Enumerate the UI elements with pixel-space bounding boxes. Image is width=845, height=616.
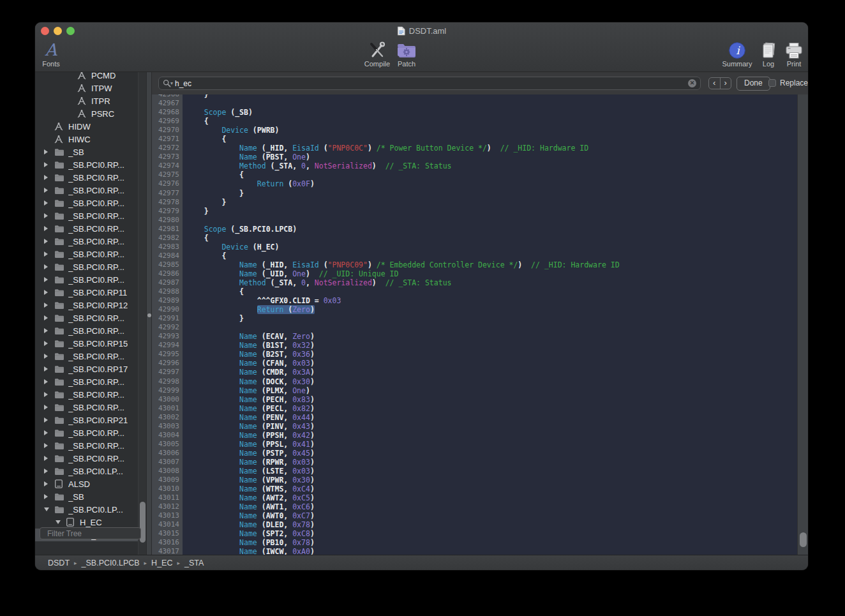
divider-dimple-icon[interactable] bbox=[147, 313, 151, 317]
code-line[interactable]: 43008 Name (LSTE, 0x03) bbox=[152, 467, 808, 476]
tree-item--sb-pci0-rp17[interactable]: _SB.PCI0.RP17 bbox=[35, 363, 138, 375]
disclosure-triangle-icon[interactable] bbox=[44, 354, 48, 359]
disclosure-triangle-icon[interactable] bbox=[44, 494, 48, 499]
sidebar-scrollbar[interactable] bbox=[138, 72, 147, 555]
tree-item--sb-pci0-rp-[interactable]: _SB.PCI0.RP... bbox=[35, 184, 138, 197]
tree-item-h-ec[interactable]: H_EC bbox=[35, 516, 138, 529]
breadcrumb-item[interactable]: DSDT bbox=[48, 559, 70, 567]
tree-item--sb[interactable]: _SB bbox=[35, 146, 138, 158]
code-line[interactable]: 42978 } bbox=[152, 198, 808, 207]
find-field[interactable]: ▾ ✕ bbox=[158, 77, 701, 90]
editor-scrollbar[interactable] bbox=[797, 94, 808, 555]
code-line[interactable]: 43000 Name (PECH, 0x83) bbox=[152, 395, 808, 404]
code-line[interactable]: 42987 Method (_STA, 0, NotSerialized) //… bbox=[152, 278, 808, 287]
code-line[interactable]: 42970 Device (PWRB) bbox=[152, 126, 808, 135]
code-line[interactable]: 42968 Scope (_SB) bbox=[152, 108, 808, 117]
code-line[interactable]: 43005 Name (PPSL, 0x41) bbox=[152, 440, 808, 449]
document-proxy-icon[interactable] bbox=[397, 26, 405, 36]
done-button[interactable]: Done bbox=[737, 77, 770, 91]
code-line[interactable]: 42966 } bbox=[152, 94, 808, 99]
disclosure-triangle-icon[interactable] bbox=[44, 456, 48, 461]
code-line[interactable]: 42994 Name (B1ST, 0x32) bbox=[152, 341, 808, 350]
disclosure-triangle-icon[interactable] bbox=[44, 328, 48, 333]
breadcrumb-item[interactable]: _STA bbox=[184, 559, 204, 567]
disclosure-triangle-icon[interactable] bbox=[44, 315, 48, 320]
disclosure-triangle-icon[interactable] bbox=[44, 239, 48, 244]
split-divider[interactable] bbox=[146, 72, 152, 555]
tree-item--sb-pci0-rp-[interactable]: _SB.PCI0.RP... bbox=[35, 439, 138, 452]
tree-item--sb-pci0-rp11[interactable]: _SB.PCI0.RP11 bbox=[35, 286, 138, 299]
tree-item--sb-pci0-rp-[interactable]: _SB.PCI0.RP... bbox=[35, 235, 138, 248]
disclosure-triangle-icon[interactable] bbox=[44, 290, 48, 295]
minimize-button[interactable] bbox=[54, 27, 62, 35]
disclosure-triangle-icon[interactable] bbox=[44, 469, 48, 474]
code-line[interactable]: 42981 Scope (_SB.PCI0.LPCB) bbox=[152, 225, 808, 234]
search-menu-chevron-icon[interactable]: ▾ bbox=[170, 80, 173, 86]
code-line[interactable]: 43015 Name (SPT2, 0xC8) bbox=[152, 529, 808, 538]
code-line[interactable]: 43007 Name (RPWR, 0x03) bbox=[152, 458, 808, 467]
tree-item--sb-pci0-rp-[interactable]: _SB.PCI0.RP... bbox=[35, 158, 138, 171]
code-line[interactable]: 42967 bbox=[152, 99, 808, 108]
disclosure-triangle-icon[interactable] bbox=[44, 264, 48, 269]
code-line[interactable]: 43003 Name (PINV, 0x43) bbox=[152, 422, 808, 431]
code-line[interactable]: 42990 Return (Zero) bbox=[152, 305, 808, 314]
tree-item-itpw[interactable]: ITPW bbox=[35, 82, 138, 94]
disclosure-triangle-icon[interactable] bbox=[44, 213, 48, 218]
tree-item--sb-pci0-rp-[interactable]: _SB.PCI0.RP... bbox=[35, 260, 138, 273]
disclosure-triangle-icon[interactable] bbox=[44, 341, 48, 346]
disclosure-triangle-icon[interactable] bbox=[44, 226, 48, 231]
close-button[interactable] bbox=[41, 27, 49, 35]
disclosure-triangle-icon[interactable] bbox=[44, 430, 48, 435]
tree-item--sb-pci0-rp-[interactable]: _SB.PCI0.RP... bbox=[35, 426, 138, 439]
tree-item--sb-pci0-rp-[interactable]: _SB.PCI0.RP... bbox=[35, 171, 138, 184]
code-line[interactable]: 42995 Name (B2ST, 0x36) bbox=[152, 350, 808, 359]
disclosure-triangle-icon[interactable] bbox=[44, 200, 48, 206]
filter-field[interactable] bbox=[40, 527, 141, 539]
disclosure-triangle-icon[interactable] bbox=[44, 507, 49, 511]
code-line[interactable]: 42991 } bbox=[152, 314, 808, 323]
clear-search-icon[interactable]: ✕ bbox=[688, 79, 696, 87]
code-line[interactable]: 43006 Name (PSTP, 0x45) bbox=[152, 449, 808, 458]
tree-item--sb-pci0-rp-[interactable]: _SB.PCI0.RP... bbox=[35, 375, 138, 388]
tree-item--sb-pci0-rp-[interactable]: _SB.PCI0.RP... bbox=[35, 452, 138, 465]
tree-item--sb-pci0-rp-[interactable]: _SB.PCI0.RP... bbox=[35, 350, 138, 363]
disclosure-triangle-icon[interactable] bbox=[44, 417, 48, 423]
code-line[interactable]: 43009 Name (VPWR, 0x30) bbox=[152, 476, 808, 485]
tree-item--sb-pci0-rp15[interactable]: _SB.PCI0.RP15 bbox=[35, 337, 138, 350]
code-line[interactable]: 42982 { bbox=[152, 234, 808, 243]
find-previous-button[interactable]: ‹ bbox=[709, 78, 721, 89]
code-line[interactable]: 43002 Name (PENV, 0x44) bbox=[152, 413, 808, 422]
code-line[interactable]: 42976 Return (0x0F) bbox=[152, 179, 808, 188]
code-line[interactable]: 42985 Name (_HID, EisaId ("PNP0C09") /* … bbox=[152, 260, 808, 269]
code-line[interactable]: 43013 Name (AWT0, 0xC7) bbox=[152, 511, 808, 520]
disclosure-triangle-icon[interactable] bbox=[44, 379, 48, 384]
code-line[interactable]: 43016 Name (PB10, 0x78) bbox=[152, 538, 808, 547]
disclosure-triangle-icon[interactable] bbox=[44, 175, 48, 180]
code-line[interactable]: 43014 Name (DLED, 0x78) bbox=[152, 520, 808, 529]
tree-item--sb-pci0-rp21[interactable]: _SB.PCI0.RP21 bbox=[35, 414, 138, 426]
code-line[interactable]: 42983 Device (H_EC) bbox=[152, 243, 808, 252]
disclosure-triangle-icon[interactable] bbox=[56, 520, 61, 524]
tree-item--sb-pci0-rp-[interactable]: _SB.PCI0.RP... bbox=[35, 401, 138, 414]
breadcrumb-item[interactable]: _SB.PCI0.LPCB bbox=[82, 559, 140, 567]
tree-item--sb-pci0-lp-[interactable]: _SB.PCI0.LP... bbox=[35, 503, 138, 516]
disclosure-triangle-icon[interactable] bbox=[44, 303, 48, 308]
code-editor[interactable]: 42966 }4296742968 Scope (_SB)42969 {4297… bbox=[152, 94, 808, 555]
code-line[interactable]: 42984 { bbox=[152, 252, 808, 260]
filter-input[interactable] bbox=[46, 529, 147, 539]
code-line[interactable]: 42986 Name (_UID, One) // _UID: Unique I… bbox=[152, 269, 808, 278]
code-line[interactable]: 43012 Name (AWT1, 0xC6) bbox=[152, 502, 808, 511]
fonts-button[interactable]: A Fonts bbox=[35, 41, 73, 68]
code-line[interactable]: 43004 Name (PPSH, 0x42) bbox=[152, 431, 808, 440]
tree-item--sb-pci0-rp-[interactable]: _SB.PCI0.RP... bbox=[35, 248, 138, 260]
code-line[interactable]: 42971 { bbox=[152, 135, 808, 144]
tree-item--sb-pci0-rp-[interactable]: _SB.PCI0.RP... bbox=[35, 222, 138, 235]
tree-item--sb-pci0-lp-[interactable]: _SB.PCI0.LP... bbox=[35, 465, 138, 477]
code-line[interactable]: 42972 Name (_HID, EisaId ("PNP0C0C") /* … bbox=[152, 144, 808, 153]
tree-item--sb-pci0-rp12[interactable]: _SB.PCI0.RP12 bbox=[35, 299, 138, 312]
code-line[interactable]: 42998 Name (DOCK, 0x30) bbox=[152, 377, 808, 386]
disclosure-triangle-icon[interactable] bbox=[44, 162, 48, 167]
code-line[interactable]: 43001 Name (PECL, 0x82) bbox=[152, 404, 808, 413]
code-line[interactable]: 43010 Name (WTMS, 0xC4) bbox=[152, 485, 808, 493]
disclosure-triangle-icon[interactable] bbox=[44, 481, 48, 486]
